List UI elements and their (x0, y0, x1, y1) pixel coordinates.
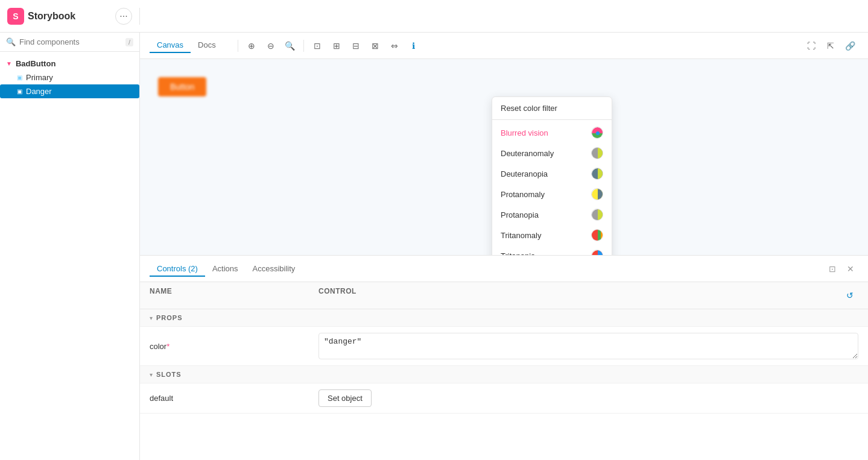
toolbar-divider (238, 40, 238, 52)
dropdown-item-deuteranopia[interactable]: Deuteranopia (492, 163, 612, 184)
table-header: Name Control ↺ (140, 282, 868, 309)
tab-actions[interactable]: Actions (205, 262, 246, 277)
tab-docs[interactable]: Docs (191, 38, 223, 53)
zoom-in-button[interactable]: ⊕ (243, 37, 260, 54)
dropdown-item-deuteranomaly[interactable]: Deuteranomaly (492, 143, 612, 163)
dropdown-item-tritanopia[interactable]: Tritanopia (492, 245, 612, 255)
external-link-button[interactable]: ⇱ (822, 37, 839, 54)
dropdown-item-protanopia[interactable]: Protanopia (492, 204, 612, 225)
zoom-out-button[interactable]: ⊖ (262, 37, 279, 54)
copy-link-button[interactable]: 🔗 (841, 37, 858, 54)
logo: S Storybook ··· (7, 8, 140, 25)
layout-button[interactable]: ⊠ (367, 37, 384, 54)
canvas-toolbar: Canvas Docs ⊕ ⊖ 🔍 ⊡ (140, 33, 868, 59)
name-column-header: Name (150, 287, 318, 304)
app-title: Storybook (28, 11, 75, 22)
sidebar-item-primary[interactable]: ▣ Primary (0, 71, 139, 84)
fit-button[interactable]: ⊡ (309, 37, 326, 54)
slot-control-cell: Set object (309, 383, 868, 413)
color-swatch-tritanopia (591, 250, 603, 255)
preview-button: Button (158, 77, 206, 96)
toolbar-divider-2 (303, 40, 304, 52)
close-icon: ✕ (847, 264, 854, 274)
dropdown-item-blurred-vision[interactable]: Blurred vision (492, 122, 612, 143)
info-icon: ℹ (412, 41, 415, 51)
expand-button[interactable]: ⛶ (803, 37, 820, 54)
tree-group-expand-icon: ▼ (6, 60, 12, 67)
reset-controls-button[interactable]: ↺ (841, 287, 858, 304)
color-swatch-blurred-vision (591, 127, 603, 139)
toolbar-right: ⛶ ⇱ 🔗 (803, 37, 858, 54)
svg-point-0 (596, 131, 600, 135)
bottom-tabs: Controls (2) Actions Accessibility ⊡ ✕ (140, 256, 868, 282)
grid-icon: ⊞ (333, 41, 340, 51)
tab-canvas[interactable]: Canvas (150, 38, 191, 53)
app: S Storybook ··· 🔍 / ▼ BadButton ▣ (0, 0, 868, 460)
bottom-panel: Controls (2) Actions Accessibility ⊡ ✕ (140, 255, 868, 460)
panel-layout-icon: ⊡ (829, 264, 836, 274)
component-icon: ▣ (17, 74, 22, 81)
external-link-icon: ⇱ (827, 41, 834, 51)
props-chevron-icon: ▾ (150, 315, 153, 321)
viewport-button[interactable]: ⊟ (347, 37, 364, 54)
layout-icon: ⊠ (372, 41, 379, 51)
sidebar-item-label: Primary (26, 73, 53, 82)
table-row: color* "danger" (140, 327, 868, 366)
canvas-area: Button Reset color filter Blurred vision (140, 59, 868, 255)
arrows-button[interactable]: ⇔ (386, 37, 403, 54)
component-icon: ▣ (17, 88, 22, 95)
tree-group-label: BadButton (16, 59, 55, 68)
slot-name: default (150, 394, 173, 403)
dropdown-item-tritanomaly[interactable]: Tritanomaly (492, 225, 612, 245)
link-icon: 🔗 (845, 41, 855, 51)
color-swatch-protanopia (591, 209, 603, 221)
prop-name-cell: color* (140, 327, 309, 365)
tab-accessibility[interactable]: Accessibility (246, 262, 303, 277)
search-button[interactable]: 🔍 (282, 37, 299, 54)
reset-color-filter-item[interactable]: Reset color filter (492, 99, 612, 117)
color-swatch-deuteranomaly (591, 147, 603, 159)
tab-controls[interactable]: Controls (2) (150, 262, 205, 277)
viewport-icon: ⊟ (352, 41, 360, 51)
slots-chevron-icon: ▾ (150, 371, 153, 378)
search-icon: 🔍 (6, 37, 16, 46)
table-row: default Set object (140, 383, 868, 414)
sidebar: 🔍 / ▼ BadButton ▣ Primary ▣ Dang (0, 33, 140, 460)
controls-table: Name Control ↺ ▾ PROPS color* (140, 282, 868, 460)
storybook-logo-icon: S (7, 8, 24, 25)
search-input[interactable] (19, 37, 122, 46)
prop-name: color (150, 342, 166, 351)
dropdown-divider (492, 119, 612, 120)
sidebar-item-danger[interactable]: ▣ Danger (0, 84, 139, 98)
panel-close-button[interactable]: ✕ (843, 261, 858, 277)
search-bar: 🔍 / (0, 33, 139, 52)
color-prop-input[interactable]: "danger" (318, 333, 858, 359)
set-object-button[interactable]: Set object (318, 389, 372, 407)
topbar-menu-button[interactable]: ··· (115, 8, 132, 25)
tree-group-header[interactable]: ▼ BadButton (0, 57, 139, 71)
search-shortcut-badge: / (125, 38, 133, 46)
control-column-header: Control (318, 287, 841, 304)
component-tree: ▼ BadButton ▣ Primary ▣ Danger (0, 52, 139, 460)
slots-section-header: ▾ SLOTS (140, 366, 868, 383)
color-filter-dropdown: Reset color filter Blurred vision (492, 96, 612, 255)
bottom-panel-actions: ⊡ ✕ (825, 261, 858, 277)
zoom-out-icon: ⊖ (267, 41, 274, 51)
info-button[interactable]: ℹ (405, 37, 422, 54)
dropdown-item-protanomaly[interactable]: Protanomaly (492, 184, 612, 204)
panel-layout-button[interactable]: ⊡ (825, 261, 840, 277)
topbar: S Storybook ··· (0, 0, 868, 33)
color-swatch-tritanomaly (591, 229, 603, 241)
prop-required-indicator: * (166, 342, 169, 351)
zoom-in-icon: ⊕ (248, 41, 255, 51)
color-swatch-deuteranopia (591, 168, 603, 180)
grid-button[interactable]: ⊞ (328, 37, 345, 54)
color-swatch-protanomaly (591, 188, 603, 200)
slot-name-cell: default (140, 383, 309, 413)
props-section-header: ▾ PROPS (140, 309, 868, 327)
search-icon: 🔍 (285, 41, 295, 51)
tree-group-badbutton: ▼ BadButton ▣ Primary ▣ Danger (0, 57, 139, 98)
expand-icon: ⛶ (807, 41, 816, 51)
arrows-icon: ⇔ (391, 41, 398, 51)
main-layout: 🔍 / ▼ BadButton ▣ Primary ▣ Dang (0, 33, 868, 460)
